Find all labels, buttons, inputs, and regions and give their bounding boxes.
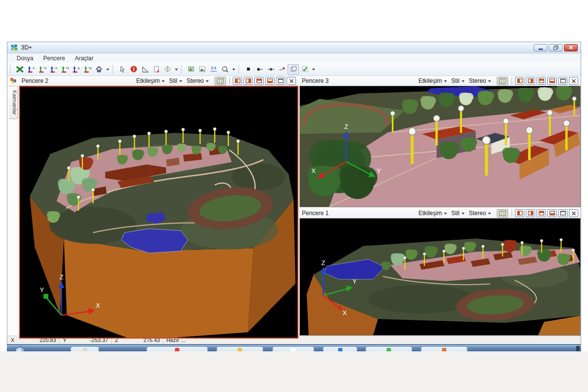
panel-title: Pencere 1 [302,210,329,217]
taskbar-button[interactable] [71,346,99,351]
split-right-button[interactable] [526,77,535,85]
minimize-button[interactable] [534,44,547,51]
point-style-icon[interactable] [243,64,254,74]
menu-dosya[interactable]: Dosya [12,54,38,62]
svg-text:Z: Z [321,259,325,267]
split-bottom-button[interactable] [547,77,557,85]
split-right-button[interactable] [244,77,253,85]
restore-button[interactable] [549,44,563,51]
taskbar-button[interactable] [217,346,263,351]
etkilesim-dropdown[interactable]: Etkileşim [418,77,447,84]
stil-label: Stil [451,77,460,84]
duplicate-layers-icon[interactable] [288,64,299,74]
new-page-icon[interactable] [150,64,162,74]
chevron-down-icon [488,80,491,84]
taskbar-button[interactable] [366,346,412,351]
split-bottom-button[interactable] [547,209,557,217]
split-left-button[interactable] [515,77,524,85]
view-plus-z-icon[interactable]: +z [37,64,48,74]
select-pointer-icon[interactable] [117,64,128,74]
screen: 3D+ Dosya Pencere Araçlar [0,0,588,392]
viewport-pencere-2[interactable]: Z Y X [19,86,298,339]
scale-1-1-icon[interactable]: 1:1 [208,64,219,74]
maximize-pane-button[interactable] [276,77,285,85]
taskbar-button[interactable] [272,346,314,351]
view-minus-z-icon[interactable]: -z [25,64,37,74]
viewport-pencere-3[interactable]: Z X Y [299,86,581,207]
panel-pencere-2: Pencere 2 Etkileşim Stil Stereo [19,76,298,339]
workspace: Katmanlar Pencere 2 Etkileşim Stil Stere… [7,76,581,336]
measure-triangle-icon[interactable] [139,64,150,74]
layers-tab-label: Katmanlar [12,90,18,115]
close-pane-button[interactable] [569,77,578,85]
viewport-pencere-1[interactable]: Z Y X [299,218,581,336]
chevron-down-icon[interactable] [230,64,237,74]
menu-pencere[interactable]: Pencere [39,54,70,62]
panel-pencere-3: Pencere 3 Etkileşim Stil Stereo [299,76,581,207]
close-pane-button[interactable] [569,209,578,217]
taskbar-button[interactable] [147,346,208,351]
home-icon[interactable] [93,64,104,74]
chevron-down-icon [162,80,165,84]
etkilesim-label: Etkileşim [418,77,442,84]
view-plus-x-icon[interactable]: +x [59,64,71,74]
panel-title: Pencere 3 [302,77,329,84]
chevron-down-icon[interactable] [104,64,111,74]
etkilesim-dropdown[interactable]: Etkileşim [418,210,447,217]
overview-map-toggle[interactable] [497,77,508,85]
split-left-button[interactable] [515,209,524,217]
etkilesim-dropdown[interactable]: Etkileşim [136,77,165,84]
panels-icon [10,77,17,84]
taskbar-button[interactable] [323,346,357,351]
title-bar[interactable]: 3D+ [7,42,581,53]
line-style-mid-icon[interactable] [265,64,276,74]
split-left-button[interactable] [233,77,242,85]
stereo-label: Stereo [469,210,486,217]
split-top-button[interactable] [537,77,546,85]
view-minus-x-icon[interactable]: -x [48,64,59,74]
stereo-dropdown[interactable]: Stereo [469,77,491,84]
close-button[interactable] [564,44,578,51]
svg-text:+z: +z [43,66,47,70]
panel-header: Pencere 3 Etkileşim Stil Stereo [299,76,581,86]
taskbar-button[interactable] [421,346,467,351]
etkilesim-label: Etkileşim [418,210,442,217]
apply-check-icon[interactable] [299,64,310,74]
measure-angle-icon[interactable] [162,64,173,74]
orbit-zoom-icon[interactable] [219,64,230,74]
etkilesim-label: Etkileşim [136,77,160,84]
zoom-image-extent-icon[interactable] [185,64,196,74]
split-top-button[interactable] [254,77,264,85]
overview-map-toggle[interactable] [497,209,508,218]
show-desktop-button[interactable] [576,346,580,351]
split-top-button[interactable] [537,209,546,217]
maximize-pane-button[interactable] [558,77,567,85]
maximize-pane-button[interactable] [558,209,567,217]
terrain-image-icon[interactable] [196,64,208,74]
taskbar[interactable] [7,344,581,351]
chevron-down-icon[interactable] [173,64,179,74]
split-right-button[interactable] [526,209,535,217]
view-plus-y-icon[interactable]: +y [82,64,93,74]
chevron-down-icon[interactable] [310,64,317,74]
menu-araclar[interactable]: Araçlar [71,54,98,62]
stil-label: Stil [451,210,460,217]
fit-extents-icon[interactable] [14,64,25,74]
vertex-red-icon[interactable] [276,64,288,74]
split-bottom-button[interactable] [265,77,274,85]
line-style-start-icon[interactable] [254,64,265,74]
start-button[interactable] [15,346,25,351]
stil-dropdown[interactable]: Stil [451,77,465,84]
identify-info-icon[interactable] [128,64,139,74]
svg-text:-y: -y [77,66,80,70]
layers-tab[interactable]: Katmanlar [9,86,18,119]
stil-dropdown[interactable]: Stil [169,77,182,84]
stereo-dropdown[interactable]: Stereo [187,77,209,84]
overview-map-toggle[interactable] [215,77,226,85]
panel-title: Pencere 2 [22,77,49,84]
close-pane-button[interactable] [287,77,296,85]
stereo-dropdown[interactable]: Stereo [469,210,491,217]
stil-dropdown[interactable]: Stil [451,210,465,217]
view-minus-y-icon[interactable]: -y [71,64,82,74]
chevron-down-icon [444,80,447,84]
